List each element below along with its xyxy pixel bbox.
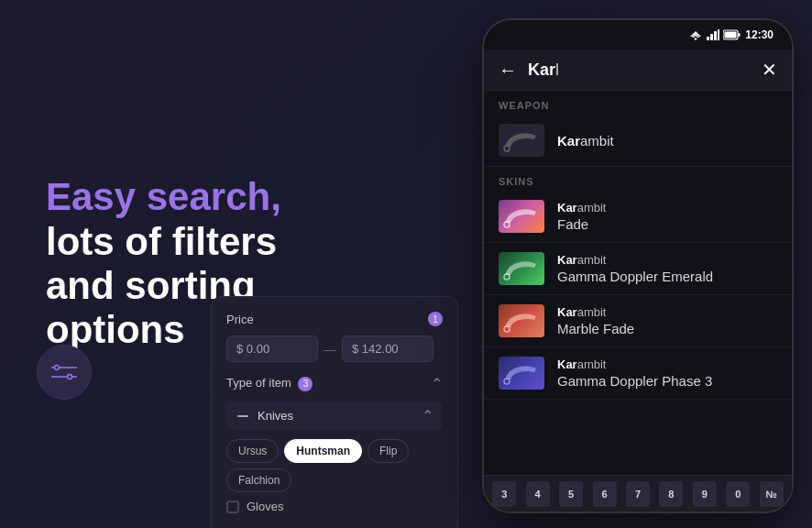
key-0[interactable]: 0: [726, 481, 750, 507]
svg-rect-9: [227, 501, 238, 512]
search-input-display[interactable]: Karl: [528, 60, 751, 80]
svg-point-12: [695, 38, 697, 39]
skin-weapon-name-marble: Karambit: [557, 305, 777, 319]
key-7[interactable]: 7: [626, 481, 650, 507]
filter-icon: [51, 362, 77, 382]
skin-name-marble: Marble Fade: [557, 321, 777, 336]
svg-rect-16: [718, 29, 719, 40]
skin-item-gamma-doppler-emerald[interactable]: Karambit Gamma Doppler Emerald: [484, 243, 792, 295]
skin-thumb-phase3: [499, 357, 544, 390]
svg-rect-19: [725, 32, 737, 38]
skin-info-gamma: Karambit Gamma Doppler Emerald: [557, 253, 777, 284]
skin-weapon-name-gamma: Karambit: [557, 253, 777, 267]
svg-rect-18: [739, 33, 741, 37]
phone-content: WEAPON Karambit SKINS: [484, 91, 792, 509]
chip-huntsman[interactable]: Huntsman: [284, 439, 362, 463]
karambit-fade-icon: [501, 203, 542, 230]
svg-rect-13: [707, 37, 709, 40]
weapon-item-karambit[interactable]: Karambit: [484, 115, 792, 167]
weapon-info: Karambit: [557, 133, 777, 148]
type-of-item-row[interactable]: Type of item 3 ⌃: [226, 375, 443, 392]
knife-chips: Ursus Huntsman Flip Falchion: [226, 439, 443, 492]
headline-line2: lots of filters: [46, 220, 394, 264]
svg-rect-14: [710, 34, 713, 40]
svg-point-2: [55, 366, 60, 370]
skin-thumb-fade: [499, 200, 544, 233]
type-badge: 3: [298, 377, 313, 391]
status-time: 12:30: [745, 28, 774, 41]
skin-info-fade: Karambit Fade: [557, 201, 777, 232]
price-dash: —: [324, 342, 336, 357]
gloves-row: Gloves: [226, 500, 443, 513]
weapon-name-bold: Kar: [557, 133, 580, 148]
skin-name-phase3: Gamma Doppler Phase 3: [557, 373, 777, 389]
status-icons: 12:30: [688, 28, 774, 41]
search-bar: ← Karl ✕: [484, 50, 792, 91]
phone-keyboard: 3 4 5 6 7 8 9 0 №: [484, 475, 792, 512]
chip-falchion[interactable]: Falchion: [226, 468, 291, 492]
key-9[interactable]: 9: [693, 481, 717, 507]
skin-name-gamma: Gamma Doppler Emerald: [557, 269, 777, 284]
close-icon[interactable]: ✕: [762, 59, 777, 81]
skin-weapon-name-phase3: Karambit: [557, 358, 777, 371]
type-label: Type of item 3: [226, 376, 313, 391]
chip-flip[interactable]: Flip: [368, 439, 409, 463]
battery-icon: [723, 29, 741, 40]
wifi-icon: [688, 29, 703, 40]
checkbox-icon: [226, 500, 239, 513]
search-rest: l: [555, 60, 559, 79]
chip-ursus[interactable]: Ursus: [226, 439, 279, 463]
minus-icon: [236, 409, 250, 424]
filter-icon-circle[interactable]: [37, 345, 92, 400]
knives-label: Knives: [236, 409, 293, 424]
knives-row[interactable]: Knives ⌃: [226, 402, 443, 430]
skin-name-fade: Fade: [557, 216, 777, 232]
svg-rect-15: [714, 31, 717, 40]
svg-point-5: [68, 375, 72, 380]
phone-mockup: 12:30 ← Karl ✕ WEAPON Karambit: [482, 18, 794, 513]
key-8[interactable]: 8: [659, 481, 683, 507]
chevron-up-icon: ⌃: [431, 375, 443, 392]
karambit-phase3-icon: [501, 359, 542, 387]
key-4[interactable]: 4: [526, 481, 550, 507]
skin-info-phase3: Karambit Gamma Doppler Phase 3: [557, 358, 777, 389]
price-label: Price: [226, 313, 424, 326]
weapon-section-label: WEAPON: [484, 91, 792, 115]
skin-thumb-marble: [499, 304, 544, 337]
svg-rect-8: [237, 415, 248, 417]
skin-item-fade[interactable]: Karambit Fade: [484, 191, 792, 243]
search-bold: Kar: [528, 60, 555, 79]
karambit-marble-icon: [501, 307, 542, 335]
weapon-thumbnail: [499, 124, 544, 157]
back-arrow-icon[interactable]: ←: [499, 60, 517, 81]
skin-info-marble: Karambit Marble Fade: [557, 305, 777, 336]
price-to-input[interactable]: [342, 336, 433, 362]
skin-item-gamma-phase3[interactable]: Karambit Gamma Doppler Phase 3: [484, 347, 792, 400]
price-badge: 1: [428, 312, 443, 326]
status-bar: 12:30: [484, 20, 792, 50]
key-5[interactable]: 5: [559, 481, 583, 507]
filter-panel: Price 1 — Type of item 3 ⌃ Knives ⌃ Ursu…: [211, 296, 458, 528]
key-6[interactable]: 6: [593, 481, 617, 507]
headline-accent: Easy search,: [46, 175, 281, 218]
karambit-plain-icon: [501, 126, 542, 154]
weapon-name-rest: ambit: [580, 133, 614, 148]
price-from-input[interactable]: [226, 336, 318, 362]
karambit-gamma-icon: [501, 255, 542, 282]
price-row: Price 1: [226, 312, 443, 326]
price-inputs: —: [226, 336, 443, 362]
key-3[interactable]: 3: [492, 481, 516, 507]
gloves-label: Gloves: [247, 500, 283, 513]
skins-section-label: SKINS: [484, 167, 792, 191]
key-num[interactable]: №: [760, 481, 784, 507]
weapon-name: Karambit: [557, 133, 777, 148]
skin-thumb-gamma: [499, 252, 544, 285]
signal-icon: [707, 29, 719, 40]
skin-weapon-name-fade: Karambit: [557, 201, 777, 214]
skin-item-marble-fade[interactable]: Karambit Marble Fade: [484, 295, 792, 347]
knives-chevron-icon: ⌃: [422, 407, 433, 424]
